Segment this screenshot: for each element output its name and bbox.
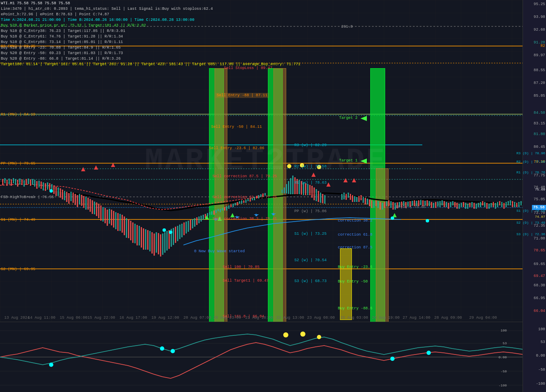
svg-rect-81 [141, 227, 142, 248]
svg-rect-134 [254, 197, 255, 200]
title-line: WTI.H1 75.58 75.58 75.58 75.58 [1, 1, 300, 6]
svg-rect-64 [105, 208, 106, 223]
svg-rect-21 [13, 178, 14, 183]
info-line3: ePoint_h:72.96 | ePoint B:78.63 | Point … [1, 12, 300, 17]
price-9525: 95.25 [534, 2, 545, 6]
svg-rect-165 [350, 194, 351, 200]
svg-rect-82 [143, 228, 144, 250]
svg-rect-26 [23, 180, 25, 187]
svg-rect-183 [388, 200, 389, 206]
svg-rect-173 [367, 199, 368, 205]
svg-marker-253 [311, 173, 316, 177]
svg-rect-28 [28, 179, 29, 184]
svg-rect-154 [311, 186, 313, 198]
svg-rect-239 [508, 201, 509, 205]
svg-rect-175 [371, 200, 372, 208]
svg-rect-60 [96, 202, 97, 216]
svg-rect-126 [237, 202, 238, 205]
svg-rect-212 [450, 202, 451, 207]
svg-rect-235 [499, 201, 500, 205]
svg-rect-127 [239, 201, 240, 204]
svg-rect-67 [111, 210, 112, 225]
svg-rect-167 [354, 196, 355, 202]
svg-rect-22 [15, 179, 16, 185]
svg-rect-38 [49, 183, 50, 190]
svg-rect-222 [471, 202, 473, 207]
svg-marker-251 [94, 165, 98, 170]
svg-rect-192 [407, 202, 409, 207]
svg-rect-158 [320, 193, 321, 203]
svg-rect-199 [422, 200, 424, 206]
svg-rect-207 [439, 201, 441, 207]
svg-rect-41 [55, 187, 57, 196]
svg-rect-176 [373, 201, 375, 208]
svg-rect-98 [177, 226, 178, 241]
svg-rect-146 [294, 177, 296, 194]
svg-rect-104 [190, 220, 191, 230]
price-8855: 88.55 [534, 68, 545, 72]
svg-rect-35 [43, 182, 44, 190]
svg-rect-181 [384, 202, 385, 208]
svg-rect-140 [282, 190, 283, 193]
svg-rect-179 [380, 202, 381, 210]
svg-rect-69 [115, 212, 116, 229]
svg-rect-124 [232, 204, 234, 207]
svg-point-283 [300, 331, 305, 337]
svg-rect-211 [448, 203, 449, 209]
svg-rect-61 [98, 204, 99, 218]
svg-rect-121 [226, 206, 227, 210]
svg-rect-171 [363, 197, 364, 203]
ind-50-label: -50 [501, 369, 507, 373]
svg-rect-100 [181, 224, 183, 237]
svg-rect-150 [303, 182, 304, 195]
time-label-14: 28 Aug 09:00 [434, 316, 462, 320]
svg-rect-219 [465, 203, 466, 209]
ind-price-100neg: -100 [536, 382, 545, 386]
svg-rect-156 [316, 189, 317, 201]
svg-point-270 [169, 231, 172, 234]
svg-marker-252 [111, 163, 115, 167]
svg-rect-78 [134, 224, 136, 243]
info-line7: Buy %10 @ C_Entry61: 74.76 | Target:91.2… [1, 34, 300, 40]
main-chart: MARKET2TRADE WTI.H1 75.58 75.58 75.58 75… [0, 0, 531, 322]
svg-rect-105 [192, 219, 193, 228]
svg-rect-86 [151, 232, 153, 254]
svg-rect-75 [128, 219, 129, 238]
info-line12: Target100: 81.14 | Target 161: 85.01 || … [1, 62, 300, 67]
price-r2mn: R2 [540, 44, 545, 48]
price-6604: 66.04 [534, 309, 545, 313]
svg-rect-148 [299, 180, 300, 194]
svg-rect-36 [45, 183, 46, 191]
svg-rect-118 [220, 209, 221, 212]
svg-rect-133 [252, 198, 253, 200]
svg-rect-54 [83, 196, 84, 208]
time-label-8: 21 Aug 18:00 [245, 316, 273, 320]
svg-rect-125 [235, 203, 236, 205]
chart-container: MARKET2TRADE WTI.H1 75.58 75.58 75.58 75… [0, 0, 546, 392]
svg-rect-107 [196, 217, 197, 225]
info-line9: Buy %10 @ Entry -23: 70.88 | Target:84.9… [1, 45, 300, 51]
svg-rect-34 [41, 182, 42, 189]
s2d-scale: S2 (D) | 73.49 [517, 221, 545, 225]
svg-rect-152 [307, 184, 308, 195]
ind-price-53: 53 [540, 340, 545, 344]
svg-rect-220 [467, 204, 468, 209]
svg-marker-259 [254, 213, 259, 216]
svg-rect-116 [215, 210, 217, 213]
ind-price-100: 100 [538, 327, 545, 331]
svg-rect-223 [473, 203, 475, 209]
svg-rect-197 [418, 200, 419, 206]
svg-rect-68 [113, 211, 114, 228]
svg-rect-230 [488, 204, 490, 209]
price-8997: 89.97 [534, 53, 545, 58]
svg-rect-202 [429, 201, 430, 206]
svg-rect-194 [412, 201, 413, 206]
svg-rect-92 [164, 232, 166, 253]
svg-rect-74 [126, 218, 127, 238]
svg-rect-115 [213, 210, 215, 215]
svg-rect-79 [136, 225, 138, 245]
info-line4: Time A:2024.08.21 21:00:00 | Time B:2024… [1, 17, 300, 23]
svg-marker-273 [360, 116, 367, 121]
svg-rect-108 [198, 216, 200, 223]
svg-rect-40 [53, 185, 55, 194]
